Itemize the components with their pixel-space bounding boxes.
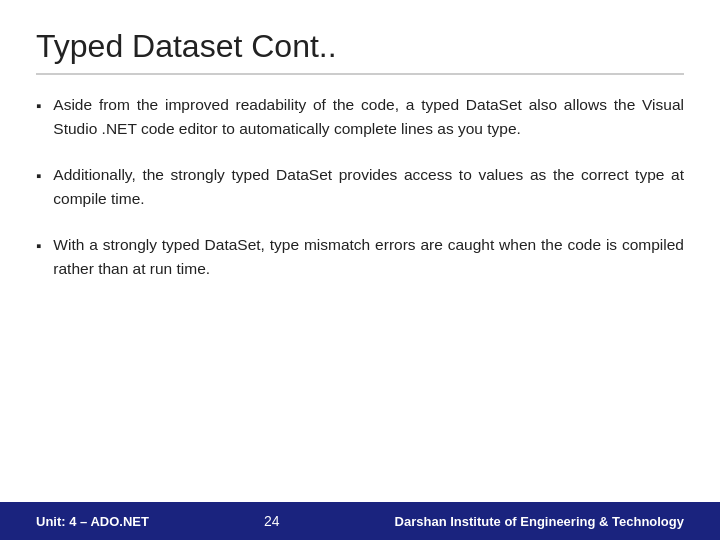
page-title: Typed Dataset Cont.. xyxy=(36,28,684,75)
footer: Unit: 4 – ADO.NET 24 Darshan Institute o… xyxy=(0,502,720,540)
main-content: Typed Dataset Cont.. ▪ Aside from the im… xyxy=(0,0,720,502)
bullet-symbol-2: ▪ xyxy=(36,164,41,187)
bullet-text-1: Aside from the improved readability of t… xyxy=(53,93,684,141)
bullet-list: ▪ Aside from the improved readability of… xyxy=(36,93,684,281)
list-item: ▪ With a strongly typed DataSet, type mi… xyxy=(36,233,684,281)
bullet-symbol-1: ▪ xyxy=(36,94,41,117)
footer-unit-label: Unit: 4 – ADO.NET xyxy=(36,514,149,529)
bullet-symbol-3: ▪ xyxy=(36,234,41,257)
list-item: ▪ Aside from the improved readability of… xyxy=(36,93,684,141)
footer-page-number: 24 xyxy=(264,513,280,529)
bullet-text-2: Additionally, the strongly typed DataSet… xyxy=(53,163,684,211)
footer-institute-name: Darshan Institute of Engineering & Techn… xyxy=(395,514,684,529)
bullet-text-3: With a strongly typed DataSet, type mism… xyxy=(53,233,684,281)
list-item: ▪ Additionally, the strongly typed DataS… xyxy=(36,163,684,211)
